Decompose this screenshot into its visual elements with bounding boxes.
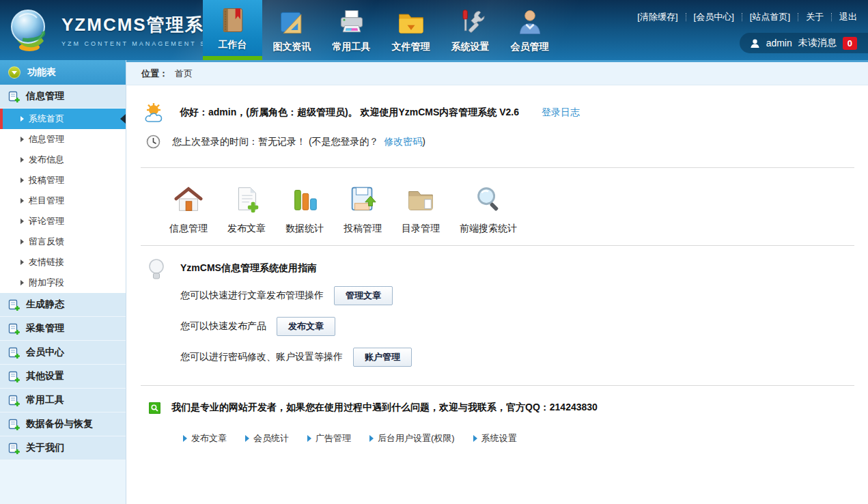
tab-file-management[interactable]: 文件管理: [381, 0, 440, 60]
divider: [831, 13, 832, 21]
breadcrumb-home-link[interactable]: 首页: [175, 68, 193, 80]
shortcut-info-management[interactable]: 信息管理: [169, 184, 208, 235]
quick-link-label: 广告管理: [316, 432, 351, 445]
member-center-link[interactable]: [会员中心]: [694, 11, 734, 23]
sun-cloud-icon: [143, 102, 171, 123]
tab-system-settings[interactable]: 系统设置: [440, 0, 500, 60]
doc-plus-icon: [8, 323, 20, 335]
sidebar-item-message-feedback[interactable]: 留言反馈: [0, 232, 126, 252]
clear-cache-link[interactable]: [清除缓存]: [637, 11, 677, 23]
shortcut-frontend-search-stats[interactable]: 前端搜索统计: [460, 184, 517, 235]
shortcut-label: 投稿管理: [344, 223, 382, 235]
change-password-link[interactable]: 修改密码: [384, 136, 422, 147]
save-upload-icon: [347, 184, 378, 215]
sidebar-submenu: 系统首页 信息管理 发布信息 投稿管理 栏目管理 评论管理 留言反馈 友情链接 …: [0, 109, 126, 293]
sidebar-group-common-tools[interactable]: 常用工具: [0, 389, 126, 412]
shortcut-submission-management[interactable]: 投稿管理: [344, 184, 382, 235]
sidebar-group-about-us[interactable]: 关于我们: [0, 436, 126, 460]
contact-section: 我们是专业的网站开发者，如果您在使用过程中遇到什么问题，欢迎与我联系，官方QQ：…: [141, 386, 854, 414]
quick-link-publish-article[interactable]: 发布文章: [183, 432, 227, 445]
arrow-right-icon: [20, 178, 24, 183]
sidebar-group-backup-restore[interactable]: 数据备份与恢复: [0, 412, 126, 436]
guide-text: 您可以快速进行文章发布管理操作: [180, 290, 324, 302]
directory-folder-icon: [405, 184, 436, 215]
sidebar-title-label: 功能表: [27, 66, 56, 79]
tab-label: 系统设置: [451, 41, 490, 53]
welcome-row: 你好：admin，(所属角色：超级管理员)。 欢迎使用YzmCMS内容管理系统 …: [141, 102, 854, 123]
sidebar-item-info-management[interactable]: 信息管理: [0, 129, 126, 150]
shortcut-label: 目录管理: [402, 223, 440, 235]
sidebar-group-info-management[interactable]: 信息管理: [0, 85, 126, 109]
group-label: 信息管理: [26, 90, 64, 102]
item-label: 系统首页: [29, 113, 64, 125]
shortcuts-row: 信息管理 发布文章 数据统计: [141, 168, 854, 245]
quick-link-system-settings[interactable]: 系统设置: [473, 432, 517, 445]
arrow-right-icon: [183, 435, 187, 442]
sidebar-item-extra-fields[interactable]: 附加字段: [0, 272, 126, 293]
sidebar-empty-area: [0, 460, 126, 504]
shortcut-directory-management[interactable]: 目录管理: [402, 184, 440, 235]
shortcut-label: 发布文章: [227, 223, 266, 235]
quick-link-admin-user-settings[interactable]: 后台用户设置(权限): [369, 432, 455, 445]
quick-link-ad-management[interactable]: 广告管理: [307, 432, 351, 445]
new-article-icon: [231, 184, 262, 215]
unread-count-badge[interactable]: 0: [843, 37, 857, 50]
sidebar-group-static-generation[interactable]: 生成静态: [0, 293, 126, 317]
quick-links-row: 发布文章 会员统计 广告管理 后台用户设置(权限) 系统设置: [183, 432, 854, 445]
publish-article-button[interactable]: 发布文章: [277, 317, 335, 336]
guide-section: YzmCMS信息管理系统使用指南 您可以快速进行文章发布管理操作 管理文章 您可…: [141, 246, 854, 367]
tab-common-tools[interactable]: 常用工具: [322, 0, 381, 60]
breadcrumb: 位置： 首页: [126, 60, 868, 85]
login-log-link[interactable]: 登录日志: [542, 107, 580, 119]
arrow-right-icon: [20, 137, 24, 142]
group-label: 数据备份与恢复: [26, 418, 93, 430]
book-icon: [218, 5, 248, 36]
quick-link-label: 会员统计: [253, 432, 289, 445]
sidebar-item-friend-links[interactable]: 友情链接: [0, 252, 126, 272]
site-home-link[interactable]: [站点首页]: [750, 11, 790, 23]
doc-plus-icon: [8, 395, 20, 406]
group-label: 生成静态: [26, 298, 64, 311]
top-header: YZMCMS管理系统 YZM CONTENT MANAGEMENT SYSTEM…: [0, 0, 868, 60]
arrow-right-icon: [369, 435, 374, 442]
shortcut-publish-article[interactable]: 发布文章: [227, 184, 266, 235]
item-label: 附加字段: [29, 277, 64, 289]
sidebar-group-collection-management[interactable]: 采集管理: [0, 317, 126, 341]
sidebar-item-system-home[interactable]: 系统首页: [0, 109, 126, 129]
quick-link-member-statistics[interactable]: 会员统计: [245, 432, 289, 445]
arrow-right-icon: [20, 157, 24, 163]
tab-workbench[interactable]: 工作台: [203, 0, 262, 60]
tab-member-management[interactable]: 会员管理: [500, 0, 559, 60]
arrow-right-icon: [20, 219, 24, 224]
item-label: 栏目管理: [29, 195, 64, 207]
guide-row: 您可以进行密码修改、账户设置等操作 账户管理: [180, 348, 412, 367]
printer-icon: [337, 8, 367, 38]
tab-label: 文件管理: [392, 41, 430, 53]
account-management-button[interactable]: 账户管理: [353, 348, 412, 367]
sidebar-item-comment-management[interactable]: 评论管理: [0, 211, 126, 232]
sidebar-item-column-management[interactable]: 栏目管理: [0, 191, 126, 211]
last-login-text: 您上次登录的时间：暂无记录！ (不是您登录的？ 修改密码): [172, 136, 425, 148]
sidebar-title: 功能表: [0, 60, 126, 85]
arrow-right-icon: [307, 435, 311, 442]
sidebar-group-member-center[interactable]: 会员中心: [0, 341, 126, 365]
doc-plus-icon: [8, 299, 20, 311]
item-label: 评论管理: [29, 215, 64, 227]
tab-news[interactable]: 图文资讯: [262, 0, 322, 60]
sidebar-item-submission-management[interactable]: 投稿管理: [0, 170, 126, 191]
logout-link[interactable]: 退出: [839, 11, 857, 23]
top-links: [清除缓存] [会员中心] [站点首页] 关于 退出: [637, 11, 857, 23]
sidebar-item-publish-info[interactable]: 发布信息: [0, 150, 126, 170]
about-link[interactable]: 关于: [806, 11, 824, 23]
doc-plus-icon: [8, 443, 20, 454]
user-pill[interactable]: admin 未读消息 0: [740, 33, 868, 53]
divider: [742, 13, 742, 21]
manage-articles-button[interactable]: 管理文章: [334, 286, 393, 305]
unread-messages-link[interactable]: 未读消息: [798, 37, 837, 49]
guide-row: 您可以快速发布产品 发布文章: [180, 317, 412, 336]
sidebar-group-other-settings[interactable]: 其他设置: [0, 365, 126, 389]
chevron-down-circle-icon: [8, 66, 20, 79]
quick-link-label: 发布文章: [191, 432, 227, 445]
shortcut-data-statistics[interactable]: 数据统计: [285, 184, 324, 235]
home-icon: [173, 184, 204, 215]
